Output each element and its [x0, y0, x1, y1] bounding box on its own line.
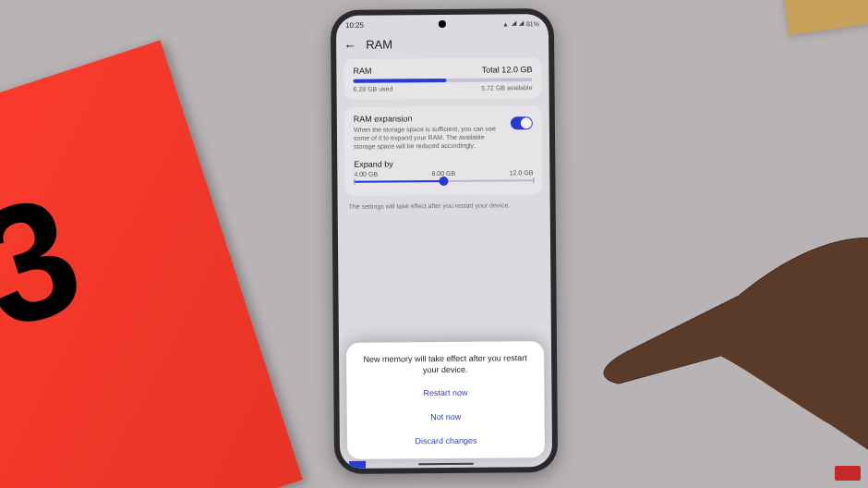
battery-text: 81%: [526, 20, 539, 27]
back-icon[interactable]: ←: [344, 38, 356, 51]
status-time: 10:25: [345, 20, 364, 29]
expansion-title: RAM expansion: [354, 113, 503, 123]
ram-usage-bar: [353, 78, 532, 83]
ram-expansion-card: RAM expansion When the storage space is …: [344, 105, 543, 196]
background-object: [781, 0, 868, 35]
ram-label: RAM: [353, 67, 371, 76]
ram-available-label: 5.72 GB available: [481, 84, 532, 91]
restart-dialog: New memory will take effect after you re…: [346, 341, 545, 459]
not-now-button[interactable]: Not now: [356, 404, 536, 430]
ram-usage-card: RAM Total 12.0 GB 6.28 GB used 5.72 GB a…: [344, 57, 541, 100]
restart-now-button[interactable]: Restart now: [356, 380, 535, 406]
front-camera: [439, 20, 446, 28]
status-icons: ▲ ◢ ◢ 81%: [502, 19, 539, 27]
ram-used-label: 6.28 GB used: [354, 85, 393, 92]
signal-icon: ◢: [512, 19, 516, 27]
slider-thumb[interactable]: [439, 177, 448, 186]
ram-usage-fill: [353, 79, 446, 83]
phone-screen: 10:25 ▲ ◢ ◢ 81% ← RAM RAM Total 12.0 GB: [336, 14, 552, 469]
slider-tick: [533, 177, 534, 183]
expansion-toggle[interactable]: [511, 116, 533, 129]
wifi-icon: ▲: [502, 20, 509, 27]
slider-tick: [354, 179, 355, 185]
expand-by-label: Expand by: [354, 158, 533, 169]
slider-option-1: 4.00 GB: [354, 171, 378, 177]
dialog-message: New memory will take effect after you re…: [356, 352, 535, 382]
page-header: ← RAM: [336, 32, 549, 59]
phone-frame: 10:25 ▲ ◢ ◢ 81% ← RAM RAM Total 12.0 GB: [331, 8, 558, 474]
expand-slider[interactable]: [354, 179, 533, 183]
product-box: 3: [0, 41, 303, 488]
ram-total: Total 12.0 GB: [482, 65, 533, 74]
slider-fill: [354, 180, 443, 183]
nav-accent: [349, 461, 366, 469]
restart-note: The settings will take effect after you …: [345, 201, 543, 210]
hand: [536, 185, 868, 488]
expansion-description: When the storage space is sufficient, yo…: [354, 124, 503, 151]
box-number: 3: [0, 159, 93, 367]
watermark-badge: [835, 466, 861, 481]
page-title: RAM: [366, 37, 392, 51]
signal-icon: ◢: [519, 19, 524, 27]
slider-option-3: 12.0 GB: [510, 169, 534, 176]
discard-changes-button[interactable]: Discard changes: [356, 428, 536, 454]
